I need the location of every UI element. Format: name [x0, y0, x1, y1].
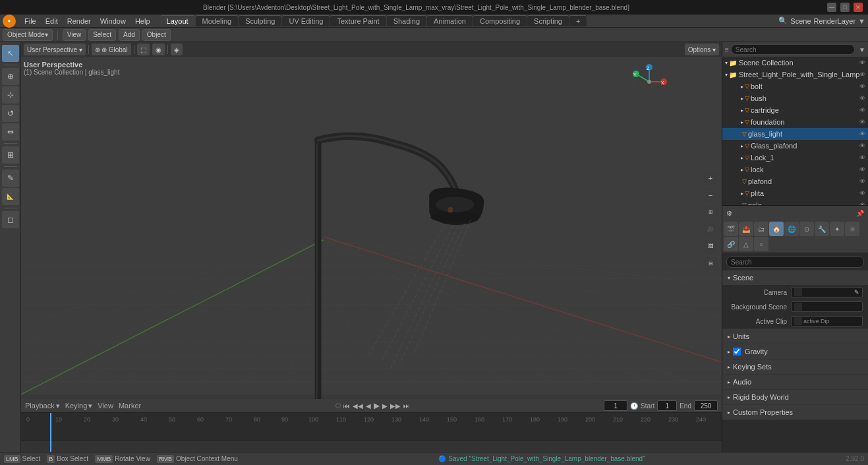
menu-window[interactable]: Window [96, 16, 130, 26]
scene-root-vis[interactable]: 👁 [859, 71, 865, 78]
props-data-icon[interactable]: △ [739, 237, 753, 251]
scene-search-icon[interactable]: 🔍 [778, 16, 788, 25]
rotate-tool-btn[interactable]: ↺ [2, 105, 19, 122]
transform-tool-btn[interactable]: ⊞ [2, 146, 19, 164]
vp-overlays-btn[interactable]: ◉ [152, 44, 165, 55]
bush-vis[interactable]: 👁 [859, 95, 865, 102]
tab-modeling[interactable]: Modeling [196, 15, 239, 26]
jump-start-btn[interactable]: ⏮ [343, 402, 350, 410]
props-render-icon[interactable]: 🎬 [724, 222, 738, 236]
outliner-item-foundation[interactable]: ▸ ▽ foundation 👁 [722, 116, 868, 128]
tab-sculpting[interactable]: Sculpting [239, 15, 281, 26]
tab-texture-paint[interactable]: Texture Paint [330, 15, 386, 26]
plafond-vis[interactable]: 👁 [859, 178, 865, 185]
props-pin-btn[interactable]: 📌 [856, 210, 864, 217]
measure-tool-btn[interactable]: 📐 [2, 188, 19, 205]
end-frame-input[interactable] [694, 400, 718, 411]
gravity-section-header[interactable]: ▸ Gravity [722, 344, 868, 359]
move-tool-btn[interactable]: ⊹ [2, 86, 19, 104]
units-section-header[interactable]: ▸ Units [722, 329, 868, 344]
start-frame-input[interactable] [657, 400, 677, 411]
prev-keyframe-btn[interactable]: ◀ [366, 402, 371, 410]
jump-end-btn[interactable]: ⏭ [403, 402, 410, 410]
menu-render[interactable]: Render [63, 16, 96, 26]
props-material-icon[interactable]: ○ [754, 237, 768, 251]
audio-section-header[interactable]: ▸ Audio [722, 375, 868, 389]
play-btn[interactable]: ▶ [374, 401, 380, 410]
vp-zoom-in-btn[interactable]: + [703, 171, 718, 185]
outliner-item-lock[interactable]: ▸ ▽ lock 👁 [722, 164, 868, 175]
camera-value[interactable]: ✎ [791, 287, 863, 297]
tab-add[interactable]: + [569, 15, 587, 26]
outliner-item-glass-plafond[interactable]: ▸ ▽ Glass_plafond 👁 [722, 140, 868, 152]
maximize-button[interactable]: □ [840, 3, 850, 12]
lock-vis[interactable]: 👁 [859, 166, 865, 173]
props-constraints-icon[interactable]: 🔗 [724, 237, 738, 251]
vp-numpad-btn[interactable]: ⊞ [703, 205, 718, 220]
outliner-filter-btn[interactable]: ▼ [859, 46, 865, 53]
outliner-item-scene-collection[interactable]: ▾ 📁 Scene Collection 👁 [722, 57, 868, 69]
outliner-item-lock1[interactable]: ▸ ▽ Lock_1 👁 [722, 152, 868, 164]
outliner-item-pole[interactable]: ▽ pole 👁 [722, 199, 868, 206]
menu-edit[interactable]: Edit [41, 16, 63, 26]
glass-light-vis[interactable]: 👁 [859, 131, 865, 137]
outliner-item-bush[interactable]: ▸ ▽ bush 👁 [722, 92, 868, 104]
tab-uv-editing[interactable]: UV Editing [282, 15, 330, 26]
glass-plafond-vis[interactable]: 👁 [859, 142, 865, 149]
vp-camera-btn[interactable]: 🎥 [703, 222, 718, 237]
timeline-bar[interactable]: 0 10 20 30 40 50 60 70 80 90 100 110 120… [21, 412, 722, 452]
object-menu-btn[interactable]: Object [142, 29, 171, 41]
props-scene-icon[interactable]: 🏠 [769, 222, 784, 236]
object-mode-btn[interactable]: Object Mode ▾ [3, 29, 53, 41]
props-physics-icon[interactable]: ⚛ [845, 222, 859, 236]
prev-frame-btn[interactable]: ◀◀ [353, 402, 363, 410]
tab-compositing[interactable]: Compositing [473, 15, 527, 26]
vp-viewport-shading-btn[interactable]: ⬚ [137, 44, 150, 55]
cursor-tool-btn[interactable]: ⊕ [2, 68, 19, 85]
vp-zoom-out-btn[interactable]: − [703, 188, 718, 202]
props-search-input[interactable] [726, 256, 864, 268]
outliner-item-glass-light[interactable]: ▽ glass_light 👁 [722, 128, 868, 140]
custom-props-header[interactable]: ▸ Custom Properties [722, 405, 868, 419]
vp-perspective-btn[interactable]: User Perspective ▾ [24, 44, 86, 55]
record-btn[interactable] [335, 403, 341, 408]
outliner-item-bolt[interactable]: ▸ ▽ bolt 👁 [722, 80, 868, 92]
keying-sets-section-header[interactable]: ▸ Keying Sets [722, 359, 868, 374]
playback-menu[interactable]: Playback ▾ [25, 402, 60, 410]
select-menu-btn[interactable]: Select [88, 29, 116, 41]
keying-menu[interactable]: Keying ▾ [65, 402, 93, 410]
next-frame-btn[interactable]: ▶▶ [390, 402, 401, 410]
vp-options-btn[interactable]: Options ▾ [685, 44, 719, 55]
props-output-icon[interactable]: 📤 [739, 222, 753, 236]
scene-section-header[interactable]: ▾ Scene [722, 270, 868, 285]
outliner-search-input[interactable] [731, 44, 855, 55]
select-tool-btn[interactable]: ↖ [2, 45, 19, 62]
cartridge-vis[interactable]: 👁 [859, 107, 865, 113]
tab-scripting[interactable]: Scripting [527, 15, 569, 26]
minimize-button[interactable]: — [827, 3, 836, 12]
tab-shading[interactable]: Shading [387, 15, 426, 26]
vp-render-btn[interactable]: 🖼 [703, 239, 718, 254]
next-keyframe-btn[interactable]: ▶ [382, 402, 388, 410]
props-world-icon[interactable]: 🌐 [784, 222, 799, 236]
close-button[interactable]: ✕ [854, 3, 863, 12]
active-clip-value[interactable]: active Dip [791, 316, 863, 326]
vp-global-btn[interactable]: ⊕ ⊕ Global [92, 44, 131, 55]
viewport-main[interactable]: User Perspective ▾ ⊕ ⊕ Global ⬚ ◉ ◈ Opti… [21, 42, 722, 399]
menu-file[interactable]: File [20, 16, 41, 26]
props-view-layer-icon[interactable]: 🗂 [754, 222, 768, 236]
outliner-item-scene-root[interactable]: ▾ 📁 Street_Light_Pole_with_Single_Lamp 👁 [722, 69, 868, 80]
tab-animation[interactable]: Animation [427, 15, 473, 26]
current-frame-input[interactable] [604, 400, 627, 411]
playhead[interactable] [50, 413, 51, 452]
view-menu[interactable]: View [98, 402, 113, 410]
props-modifier-icon[interactable]: 🔧 [815, 222, 829, 236]
marker-menu[interactable]: Marker [119, 402, 141, 410]
bg-scene-value[interactable] [791, 301, 863, 312]
tab-layout[interactable]: Layout [160, 15, 195, 26]
vp-xray-btn[interactable]: ◈ [171, 44, 183, 55]
vp-editor-btn[interactable]: ⊟ [703, 257, 718, 271]
camera-edit-btn[interactable]: ✎ [854, 289, 859, 295]
filter-icon[interactable]: ▼ [858, 17, 865, 25]
outliner-item-plita[interactable]: ▸ ▽ plita 👁 [722, 187, 868, 199]
